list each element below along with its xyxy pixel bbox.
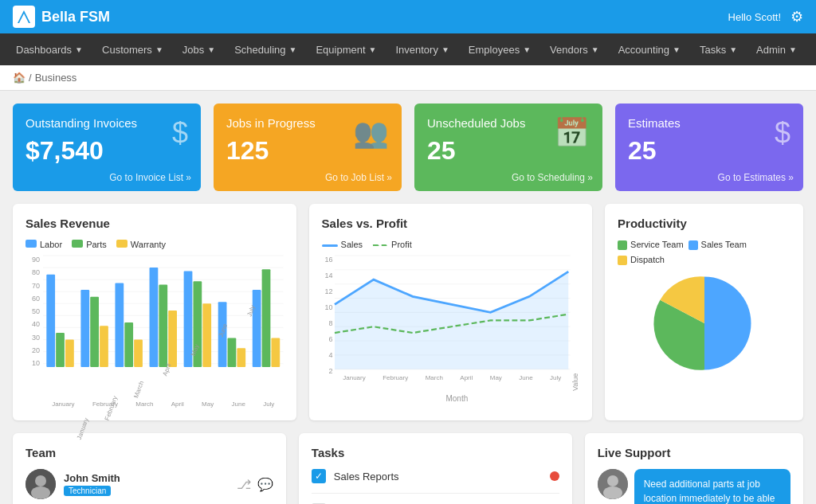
top-bar-right: Hello Scott! ⚙	[728, 8, 803, 25]
svg-rect-15	[80, 290, 89, 367]
home-icon[interactable]: 🏠	[13, 72, 26, 84]
svg-rect-13	[56, 333, 65, 367]
tasks-card: Tasks ✓ Sales Reports Pay Invoices	[299, 433, 572, 504]
chevron-icon: ▼	[591, 45, 599, 54]
chart-title: Sales vs. Profit	[322, 217, 580, 230]
member-name: John Smith	[64, 472, 229, 484]
greeting-text: Hello Scott!	[728, 11, 781, 23]
nav-employees[interactable]: Employees▼	[459, 33, 540, 65]
svg-rect-17	[100, 326, 108, 367]
bar-label-may: May	[202, 400, 214, 408]
legend-sales-team: Sales Team	[688, 240, 747, 250]
calendar-icon: 📅	[554, 116, 590, 150]
task-dot-red	[550, 471, 559, 481]
stat-card-jobs: Jobs in Progress 125 👥 Go to Job List	[214, 104, 402, 191]
nav-accounting[interactable]: Accounting▼	[609, 33, 690, 65]
stat-card-invoices: Outstanding Invoices $7,540 $ Go to Invo…	[13, 104, 201, 191]
nav-inventory[interactable]: Inventory▼	[386, 33, 458, 65]
people-icon: 👥	[353, 116, 389, 150]
dollar-icon: $	[172, 116, 188, 150]
nav-scheduling[interactable]: Scheduling▼	[225, 33, 306, 65]
stat-card-link[interactable]: Go to Estimates	[718, 172, 794, 183]
svg-rect-12	[46, 275, 55, 367]
stat-cards: Outstanding Invoices $7,540 $ Go to Invo…	[13, 104, 803, 191]
chevron-icon: ▼	[207, 45, 215, 54]
nav-customers[interactable]: Customers▼	[92, 33, 173, 65]
dollar-icon: $	[775, 116, 790, 150]
svg-rect-21	[150, 268, 159, 367]
pie-chart-svg	[653, 272, 756, 375]
legend-dispatch: Dispatch	[618, 255, 665, 265]
avatar-john	[26, 469, 56, 499]
nav-jobs[interactable]: Jobs▼	[173, 33, 225, 65]
task-item-sales-reports: ✓ Sales Reports	[312, 469, 559, 494]
member-role: Technician	[64, 486, 111, 496]
chart-title: Productivity	[618, 217, 790, 230]
charts-row: Sales Revenue Labor Parts Warranty 90807…	[13, 204, 803, 420]
chevron-icon: ▼	[155, 45, 163, 54]
stat-card-link[interactable]: Go to Scheduling	[512, 172, 593, 183]
svg-rect-29	[237, 348, 245, 367]
breadcrumb-current: Business	[35, 72, 77, 84]
legend-warranty: Warranty	[116, 240, 166, 249]
chart-title: Sales Revenue	[26, 217, 284, 230]
x-axis-label: Month	[335, 394, 580, 403]
breadcrumb: 🏠 / Business	[0, 65, 816, 91]
legend-sales: Sales	[322, 240, 363, 249]
nav-admin[interactable]: Admin▼	[747, 33, 806, 65]
chart-legend: Labor Parts Warranty	[26, 240, 284, 249]
stat-card-estimates: Estimates 25 $ Go to Estimates	[615, 104, 803, 191]
legend-service-team: Service Team	[618, 240, 683, 250]
team-member-john: John Smith Technician ⎇ 💬	[26, 469, 273, 499]
chevron-icon: ▼	[75, 45, 83, 54]
nav-tasks[interactable]: Tasks▼	[690, 33, 747, 65]
chat-message: Need additional parts at job location im…	[634, 469, 790, 504]
sales-vs-profit-chart: Sales vs. Profit Sales Profit 1614121086…	[309, 204, 593, 420]
brand-name: Bella FSM	[41, 9, 110, 25]
stat-card-value: 25	[628, 136, 790, 166]
avatar-support	[598, 469, 628, 499]
member-actions: ⎇ 💬	[237, 477, 273, 492]
nav-dashboards[interactable]: Dashboards▼	[6, 33, 92, 65]
team-card: Team John Smith Technician ⎇ 💬	[13, 433, 286, 504]
nav-bar: Dashboards▼ Customers▼ Jobs▼ Scheduling▼…	[0, 33, 816, 65]
chevron-icon: ▼	[729, 45, 737, 54]
share-icon[interactable]: ⎇	[237, 477, 251, 492]
bar-label-jun: June	[231, 400, 245, 408]
stat-card-unscheduled: Unscheduled Jobs 25 📅 Go to Scheduling	[414, 104, 602, 191]
svg-rect-32	[271, 338, 280, 367]
bar-label-apr: April	[171, 400, 184, 408]
bar-label-jul: July	[263, 400, 274, 408]
chevron-icon: ▼	[789, 45, 797, 54]
tasks-title: Tasks	[312, 446, 559, 459]
legend-labor: Labor	[26, 240, 62, 249]
chevron-icon: ▼	[441, 45, 449, 54]
svg-point-50	[607, 475, 618, 486]
legend-profit: Profit	[372, 240, 412, 249]
svg-rect-31	[262, 269, 271, 367]
svg-point-44	[35, 475, 46, 486]
chart-legend: Sales Profit	[322, 240, 580, 249]
gear-icon[interactable]: ⚙	[790, 8, 803, 25]
stat-card-link[interactable]: Go to Job List	[325, 172, 392, 183]
svg-rect-16	[90, 297, 99, 367]
legend-parts: Parts	[72, 240, 107, 249]
chat-icon[interactable]: 💬	[257, 477, 273, 492]
team-title: Team	[26, 446, 273, 459]
svg-rect-14	[65, 340, 74, 367]
bar-label-jan: January	[52, 400, 74, 408]
bottom-row: Team John Smith Technician ⎇ 💬	[13, 433, 803, 504]
nav-equipment[interactable]: Equipment▼	[306, 33, 386, 65]
svg-rect-19	[124, 322, 133, 367]
svg-rect-22	[159, 285, 167, 367]
support-chat: Need additional parts at job location im…	[598, 469, 790, 504]
member-info-john: John Smith Technician	[64, 472, 229, 496]
stat-card-link[interactable]: Go to Invoice List	[109, 172, 191, 183]
nav-vendors[interactable]: Vendors▼	[540, 33, 609, 65]
sales-revenue-chart: Sales Revenue Labor Parts Warranty 90807…	[13, 204, 296, 420]
main-content: Outstanding Invoices $7,540 $ Go to Invo…	[0, 91, 816, 504]
live-support-card: Live Support Need additional parts at jo…	[585, 433, 803, 504]
task-checkbox-sales-reports[interactable]: ✓	[312, 469, 326, 483]
stat-card-title: Outstanding Invoices	[26, 116, 188, 130]
brand: Bella FSM	[13, 6, 110, 28]
